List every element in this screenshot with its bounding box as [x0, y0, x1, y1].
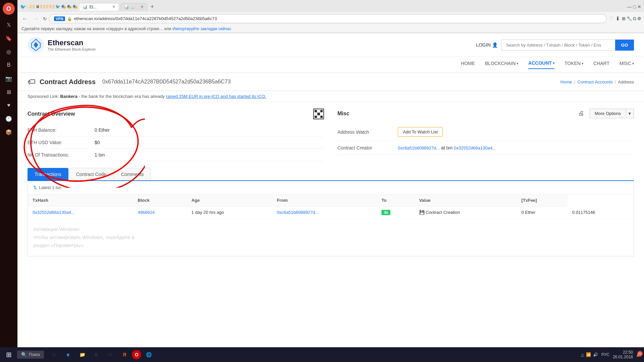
cell-direction: IN: [377, 206, 414, 219]
from-link[interactable]: 0xc6a51b6088927d...: [277, 210, 319, 215]
cell-from: 0xc6a51b6088927d...: [272, 206, 377, 219]
bookmark-msg: Сделайте первую закладку, нажав на значо…: [21, 26, 171, 31]
bookmark-heart-btn[interactable]: ♡: [609, 15, 613, 22]
etherscan-logo-icon: [28, 37, 44, 53]
contract-creator-label: Contract Creator: [337, 145, 391, 150]
misc-title: Misc 🖨 More Options ▾: [337, 109, 634, 118]
to-value: Contract Creation: [426, 210, 460, 215]
sidebar-btn-heart[interactable]: ♥: [3, 99, 15, 111]
search-go-button[interactable]: GO: [615, 40, 634, 51]
tab-contract-code[interactable]: Contract Code: [69, 168, 113, 180]
forward-btn[interactable]: →: [32, 15, 41, 22]
nav-misc[interactable]: MISC ▾: [620, 61, 634, 69]
print-button[interactable]: 🖨: [578, 110, 584, 117]
active-tab[interactable]: 📊 Et... ✕: [79, 3, 119, 11]
tab-comments[interactable]: Comments: [114, 168, 151, 180]
more-options-button[interactable]: More Options: [590, 109, 626, 118]
breadcrumb-home-link[interactable]: Home: [560, 79, 572, 84]
creator-tx-link[interactable]: 0x32552d68a130a4...: [454, 145, 496, 150]
sponsored-link[interactable]: raised 25M EUR in pre-ICO and has starte…: [166, 94, 266, 99]
ext-icon-4[interactable]: ⚙: [637, 16, 641, 21]
login-icon: 👤: [492, 42, 498, 48]
ext-icon-1[interactable]: ⊞: [622, 16, 626, 21]
sidebar-btn-package[interactable]: 📦: [3, 126, 15, 138]
search-bar: GO: [501, 40, 634, 51]
sponsored-prefix: Sponsored Link:: [28, 94, 59, 99]
contract-overview-title: Contract Overview: [28, 109, 324, 119]
txhash-link[interactable]: 0x32552d68a130a4...: [33, 210, 75, 215]
no-of-tx-row: No Of Transactions: 1 txn: [28, 149, 324, 161]
nav-home[interactable]: HOME: [461, 61, 475, 69]
opera-sidebar: O 𝕏 🔖 ◎ В 📷 ⊞ ♥ 🕐 📦: [0, 0, 17, 263]
windows-watermark: Активация Windows Чтобы активировать Win…: [28, 219, 634, 256]
page-content: Etherscan The Ethereum Block Explorer LO…: [17, 33, 644, 263]
address-watch-row: Address Watch Add To Watch List: [337, 123, 634, 141]
sponsored-company: Bankera: [60, 94, 77, 99]
sidebar-btn-apps[interactable]: ⊞: [3, 86, 15, 98]
table-area: ⇅ Latest 1 txn TxHash Block Age From To …: [28, 181, 634, 256]
new-tab-button[interactable]: +: [149, 3, 156, 10]
more-options-dropdown-btn[interactable]: ▾: [626, 109, 634, 118]
qr-code-icon[interactable]: [313, 109, 324, 119]
address-bar[interactable]: VPN 🔒 etherscan.io/address/0x67dda11e74c…: [49, 14, 607, 23]
eth-balance-row: ETH Balance: 0 Ether: [28, 124, 324, 136]
bookmark-bar: Сделайте первую закладку, нажав на значо…: [17, 25, 644, 33]
nav-account[interactable]: ACCOUNT ▾: [528, 60, 554, 69]
right-panel: Misc 🖨 More Options ▾ Address Watch Add …: [337, 109, 634, 161]
sidebar-btn-vk[interactable]: В: [3, 59, 15, 71]
nav-blockchain[interactable]: BLOCKCHAIN ▾: [485, 61, 518, 69]
inactive-tab[interactable]: 📊 ... ✕: [120, 3, 147, 11]
ext-icon-2[interactable]: 🔧: [627, 16, 632, 21]
ext-icon-3[interactable]: G: [633, 16, 636, 21]
site-header: Etherscan The Ethereum Block Explorer LO…: [17, 33, 644, 57]
col-value: Value: [415, 194, 517, 206]
sidebar-btn-bookmark[interactable]: 🔖: [3, 32, 15, 44]
sidebar-btn-social[interactable]: ◎: [3, 46, 15, 58]
site-nav: HOME BLOCKCHAIN ▾ ACCOUNT ▾ TOKEN ▾ CHAR…: [17, 57, 644, 73]
col-block: Block: [133, 194, 187, 206]
header-right: LOGIN 👤 GO: [476, 40, 634, 51]
cell-txhash: 0x32552d68a130a4...: [28, 206, 133, 219]
creator-at-text: at txn: [441, 145, 452, 150]
contract-address: 0x67dda11e74cA2287B0D54527a2d50a236B5a6C…: [102, 79, 231, 85]
minimize-btn[interactable]: —: [627, 4, 632, 9]
nav-token[interactable]: TOKEN ▾: [565, 61, 583, 69]
table-header: TxHash Block Age From To Value [TxFee]: [28, 194, 634, 206]
maximize-btn[interactable]: □: [633, 4, 636, 9]
add-to-watch-list-button[interactable]: Add To Watch List: [398, 127, 443, 137]
sidebar-btn-twitter[interactable]: 𝕏: [3, 19, 15, 31]
inactive-tab-close[interactable]: ✕: [141, 5, 144, 9]
cell-age: 1 day 20 hrs ago: [187, 206, 272, 219]
bookmark-import-link[interactable]: Импортируйте закладки сейчас: [172, 26, 231, 31]
eth-balance-label: ETH Balance:: [28, 127, 95, 133]
tabs-section: Transactions Contract Code Comments ⇅ La…: [17, 168, 644, 263]
sidebar-btn-camera[interactable]: 📷: [3, 72, 15, 84]
block-link[interactable]: 4966624: [138, 210, 155, 215]
no-of-tx-label: No Of Transactions:: [28, 152, 95, 158]
browser-wrapper: 🐦 L ₿ ₿ 🖥 ₿ ₿ ₿ ₿ ₿ 🐦 🎭 🎭 🎭 📊 Et... ✕: [17, 0, 644, 263]
logo-area: Etherscan The Ethereum Block Explorer: [28, 37, 96, 53]
sidebar-btn-history[interactable]: 🕐: [3, 113, 15, 125]
col-txhash: TxHash: [28, 194, 133, 206]
login-button[interactable]: LOGIN 👤: [476, 42, 498, 48]
misc-chevron-icon: ▾: [632, 62, 634, 65]
tab-transactions[interactable]: Transactions: [28, 168, 68, 180]
left-panel: Contract Overview ETH Balance: 0 Ether E…: [28, 109, 324, 161]
back-btn[interactable]: ←: [20, 15, 30, 22]
reload-btn[interactable]: ↻: [43, 16, 47, 21]
sponsored-text: - the bank for the blockchain era has al…: [79, 94, 166, 99]
search-input[interactable]: [501, 40, 615, 51]
creator-address-link[interactable]: 0xc6a51b6088927d...: [398, 145, 440, 150]
page-title: Contract Address: [40, 78, 96, 86]
direction-badge: IN: [381, 210, 390, 215]
tab-bar: 🐦 L ₿ ₿ 🖥 ₿ ₿ ₿ ₿ ₿ 🐦 🎭 🎭 🎭 📊 Et... ✕: [17, 0, 644, 12]
tab-close-btn[interactable]: ✕: [112, 5, 115, 9]
more-options-group: More Options ▾: [590, 109, 634, 118]
close-btn[interactable]: ✕: [637, 4, 641, 9]
contract-creation-icon: 💾: [419, 210, 425, 215]
nav-chart[interactable]: CHART: [593, 61, 609, 69]
download-btn[interactable]: ⬇: [615, 15, 620, 22]
breadcrumb-contract-accounts-link[interactable]: Contract Accounts: [577, 79, 613, 84]
table-row: 0x32552d68a130a4... 4966624 1 day 20 hrs…: [28, 206, 634, 219]
opera-logo[interactable]: O: [3, 3, 15, 15]
